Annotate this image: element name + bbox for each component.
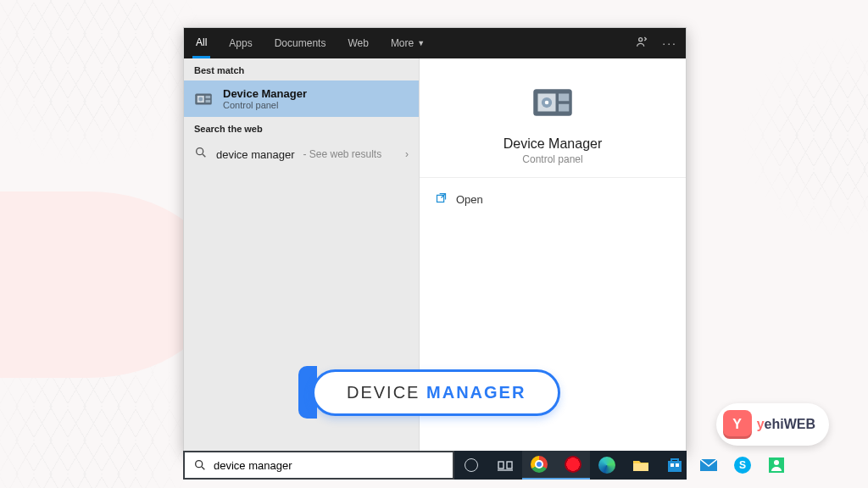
svg-rect-21 — [668, 461, 682, 472]
detail-subtitle: Control panel — [428, 153, 677, 165]
tab-more-label: More — [391, 37, 414, 49]
svg-rect-22 — [670, 463, 674, 467]
more-options-icon[interactable]: ··· — [662, 36, 677, 50]
svg-rect-20 — [633, 463, 648, 471]
best-match-subtitle: Control panel — [223, 100, 307, 110]
web-query: device manager — [216, 148, 295, 161]
taskbar-app-generic[interactable] — [760, 451, 793, 480]
svg-rect-17 — [498, 462, 504, 469]
brand-text-rest: ehiWEB — [765, 417, 815, 431]
taskbar-search[interactable] — [183, 451, 454, 480]
open-icon — [435, 191, 448, 207]
svg-line-16 — [202, 467, 204, 469]
open-label: Open — [456, 193, 483, 206]
search-web-label: Search the web — [184, 117, 419, 139]
task-view-icon[interactable] — [488, 451, 522, 480]
open-action[interactable]: Open — [431, 186, 674, 212]
taskbar-app-skype[interactable]: S — [726, 451, 760, 480]
brand-badge-icon: Y — [723, 410, 752, 439]
taskbar: S — [183, 451, 687, 480]
caption-banner: DEVICE MANAGER — [298, 366, 560, 419]
svg-point-3 — [198, 97, 203, 101]
taskbar-app-explorer[interactable] — [624, 451, 658, 480]
svg-point-26 — [774, 460, 779, 465]
best-match-title: Device Manager — [223, 87, 307, 100]
chevron-right-icon: › — [405, 148, 409, 160]
web-search-result[interactable]: device manager - See web results › — [184, 139, 419, 169]
taskbar-app-store[interactable] — [658, 451, 692, 480]
tab-more[interactable]: More▼ — [387, 28, 428, 58]
best-match-label: Best match — [184, 58, 419, 80]
svg-rect-5 — [205, 99, 210, 102]
svg-rect-18 — [507, 462, 512, 469]
search-icon — [193, 458, 207, 472]
chevron-down-icon: ▼ — [417, 39, 425, 47]
banner-word-1: DEVICE — [347, 383, 420, 402]
tab-apps[interactable]: Apps — [225, 28, 255, 58]
tab-all[interactable]: All — [192, 28, 210, 58]
brand-text-y: y — [757, 417, 765, 431]
tab-documents[interactable]: Documents — [271, 28, 330, 58]
search-icon — [194, 146, 208, 163]
web-query-suffix: - See web results — [303, 148, 382, 160]
taskbar-app-chrome[interactable] — [522, 451, 556, 480]
best-match-result[interactable]: Device Manager Control panel — [184, 80, 419, 117]
detail-card: Device Manager Control panel — [420, 58, 686, 178]
svg-rect-4 — [205, 95, 210, 97]
svg-point-6 — [197, 148, 203, 155]
cortana-icon[interactable] — [454, 451, 488, 480]
detail-title: Device Manager — [428, 136, 677, 152]
watermark-logo: Y yehiWEB — [716, 403, 829, 446]
svg-line-7 — [203, 154, 205, 157]
filter-tabs: All Apps Documents Web More▼ — [192, 28, 428, 58]
svg-point-0 — [639, 37, 643, 41]
svg-rect-12 — [559, 94, 569, 102]
tab-web[interactable]: Web — [344, 28, 371, 58]
device-manager-icon — [192, 88, 214, 110]
banner-word-2: MANAGER — [426, 383, 526, 402]
feedback-icon[interactable] — [635, 36, 648, 52]
taskbar-app-mail[interactable] — [692, 451, 726, 480]
svg-rect-13 — [559, 104, 569, 112]
svg-point-11 — [545, 101, 549, 105]
titlebar: All Apps Documents Web More▼ ··· — [184, 28, 686, 58]
svg-point-15 — [196, 461, 203, 468]
taskbar-app-opera[interactable] — [556, 451, 590, 480]
taskbar-app-edge[interactable] — [590, 451, 624, 480]
svg-rect-23 — [676, 463, 679, 467]
device-manager-large-icon — [529, 79, 576, 126]
taskbar-search-input[interactable] — [214, 459, 444, 472]
